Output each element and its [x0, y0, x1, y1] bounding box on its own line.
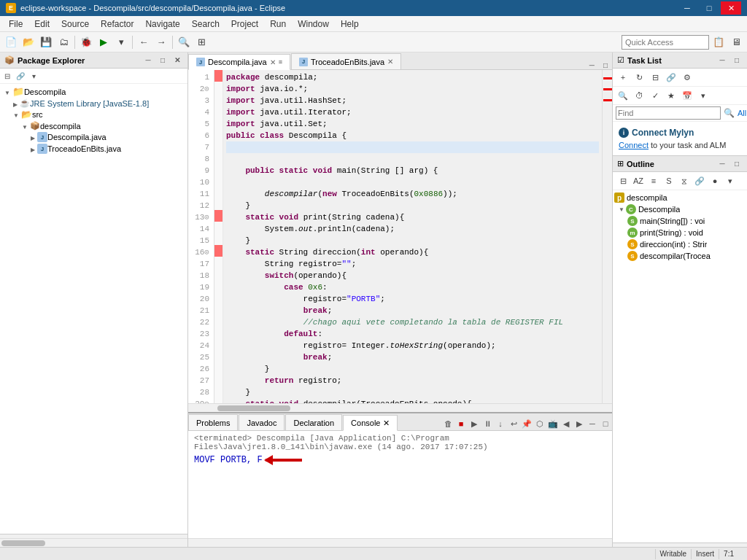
tab-console[interactable]: Console ✕: [343, 415, 398, 431]
console-word-wrap-button[interactable]: ↩: [507, 417, 520, 430]
close-panel-button[interactable]: ✕: [171, 55, 183, 66]
run-button[interactable]: ▶: [96, 34, 112, 50]
menu-search[interactable]: Search: [186, 18, 225, 31]
open-button[interactable]: 📂: [20, 34, 36, 50]
task-history-button[interactable]: ⏱: [632, 88, 646, 103]
quick-access-input[interactable]: [622, 35, 709, 50]
open-view-button[interactable]: 🖥: [728, 34, 744, 50]
outline-item-main[interactable]: S main(String[]) : voi: [614, 215, 746, 227]
tree-item-descompila-java[interactable]: J Descompila.java: [1, 131, 186, 143]
task-find-input[interactable]: [616, 106, 721, 120]
task-search-icon[interactable]: 🔍: [724, 108, 735, 118]
task-settings-button[interactable]: ⚙: [680, 70, 694, 85]
menu-help[interactable]: Help: [335, 18, 365, 31]
run-config-button[interactable]: ▾: [113, 34, 129, 50]
maximize-panel-button[interactable]: □: [157, 55, 169, 66]
pkg-view-menu-button[interactable]: ▾: [28, 70, 39, 82]
perspective-button[interactable]: ⊞: [193, 34, 209, 50]
tree-item-package[interactable]: 📦 descompila: [1, 120, 186, 131]
menu-window[interactable]: Window: [292, 18, 335, 31]
minimize-panel-button[interactable]: ─: [142, 55, 154, 66]
link-editor-button[interactable]: 🔗: [15, 70, 26, 82]
code-content[interactable]: package descompila; import java.io.*; im…: [223, 70, 602, 403]
tab-descompila-java[interactable]: J Descompila.java ✕ ≡: [188, 54, 290, 70]
task-list-max[interactable]: □: [731, 55, 743, 66]
outline-hide-static-btn[interactable]: S: [662, 174, 676, 188]
outline-item-class[interactable]: ▼ C Descompila: [614, 203, 746, 215]
editor-scrollbar-h[interactable]: [188, 403, 612, 412]
outline-item-descompilar[interactable]: S descompilar(Trocea: [614, 250, 746, 262]
menu-run[interactable]: Run: [264, 18, 292, 31]
outline-min[interactable]: ─: [716, 158, 728, 170]
console-display-button[interactable]: 📺: [546, 417, 560, 430]
console-previous-button[interactable]: ◀: [560, 417, 573, 430]
tab-close-2[interactable]: ✕: [387, 58, 393, 66]
open-perspective-button[interactable]: 📋: [711, 34, 727, 50]
editor-max-button[interactable]: □: [599, 61, 612, 69]
console-min-button[interactable]: ─: [586, 417, 599, 430]
maximize-button[interactable]: □: [699, 1, 719, 15]
save-all-button[interactable]: 🗂: [55, 34, 71, 50]
console-open-button[interactable]: ⬡: [533, 417, 546, 430]
outline-more-btn[interactable]: ▾: [723, 174, 738, 188]
tab-close-1[interactable]: ✕: [270, 58, 276, 66]
outline-item-package[interactable]: p descompila: [614, 192, 746, 203]
console-clear-button[interactable]: 🗑: [441, 417, 454, 430]
editor-min-button[interactable]: ─: [585, 61, 599, 69]
outline-hide-fields-btn[interactable]: ≡: [646, 174, 661, 188]
connect-mylyn-link[interactable]: Connect: [619, 141, 649, 149]
search-button[interactable]: 🔍: [176, 34, 192, 50]
task-more-button[interactable]: ▾: [696, 88, 711, 103]
task-collapse-button[interactable]: ⊟: [648, 70, 662, 85]
menu-navigate[interactable]: Navigate: [139, 18, 185, 31]
outline-item-print[interactable]: m print(String) : void: [614, 227, 746, 238]
console-pin-button[interactable]: 📌: [520, 417, 533, 430]
tab-troceado-java[interactable]: J TroceadoEnBits.java ✕: [291, 53, 401, 69]
new-button[interactable]: 📄: [3, 34, 19, 50]
task-new-button[interactable]: +: [616, 70, 630, 85]
task-priority-button[interactable]: ★: [664, 88, 678, 103]
outline-item-direccion[interactable]: S direccion(int) : Strir: [614, 238, 746, 250]
console-scrollbar-h[interactable]: [188, 538, 612, 547]
menu-project[interactable]: Project: [225, 18, 264, 31]
outline-expand-btn[interactable]: ●: [708, 174, 722, 188]
outline-collapse-btn[interactable]: ⊟: [616, 174, 630, 188]
console-max-button[interactable]: □: [599, 417, 612, 430]
outline-max[interactable]: □: [731, 158, 743, 170]
console-next-button[interactable]: ▶: [573, 417, 586, 430]
tab-problems[interactable]: Problems: [188, 414, 238, 430]
task-filter-button[interactable]: 🔍: [616, 88, 630, 103]
close-button[interactable]: ✕: [721, 1, 741, 15]
collapse-all-button[interactable]: ⊟: [1, 70, 13, 82]
next-edit-button[interactable]: →: [153, 34, 169, 50]
editor-right-scrollbar[interactable]: [602, 70, 612, 403]
tree-item-src[interactable]: 📂 src: [1, 109, 186, 120]
task-complete-button[interactable]: ✓: [648, 88, 662, 103]
tab-declaration[interactable]: Declaration: [285, 414, 342, 430]
prev-edit-button[interactable]: ←: [136, 34, 152, 50]
tree-item-descompila[interactable]: 📁 Descompila: [1, 85, 186, 98]
task-all-filter[interactable]: All: [738, 109, 746, 117]
task-link-button[interactable]: 🔗: [664, 70, 678, 85]
console-suspend-button[interactable]: ⏸: [481, 417, 494, 430]
outline-sort-btn[interactable]: AZ: [631, 174, 646, 188]
left-panel-scrollbar-h[interactable]: [0, 538, 187, 547]
outline-sync-btn[interactable]: 🔗: [692, 174, 707, 188]
task-sync-button[interactable]: ↻: [632, 70, 646, 85]
minimize-button[interactable]: ─: [677, 1, 697, 15]
menu-file[interactable]: File: [3, 18, 28, 31]
menu-edit[interactable]: Edit: [28, 18, 55, 31]
console-run-button[interactable]: ▶: [468, 417, 481, 430]
outline-filter-btn[interactable]: ⧖: [677, 174, 692, 188]
console-tab-close[interactable]: ✕: [383, 419, 390, 428]
menu-source[interactable]: Source: [55, 18, 95, 31]
menu-refactor[interactable]: Refactor: [95, 18, 139, 31]
console-scroll-button[interactable]: ↓: [494, 417, 507, 430]
task-due-button[interactable]: 📅: [680, 88, 694, 103]
debug-button[interactable]: 🐞: [78, 34, 94, 50]
save-button[interactable]: 💾: [38, 34, 54, 50]
tree-item-troceado-java[interactable]: J TroceadoEnBits.java: [1, 143, 186, 155]
tree-item-jre[interactable]: ☕ JRE System Library [JavaSE-1.8]: [1, 98, 186, 109]
console-stop-button[interactable]: ■: [454, 417, 468, 430]
task-list-min[interactable]: ─: [716, 55, 728, 66]
